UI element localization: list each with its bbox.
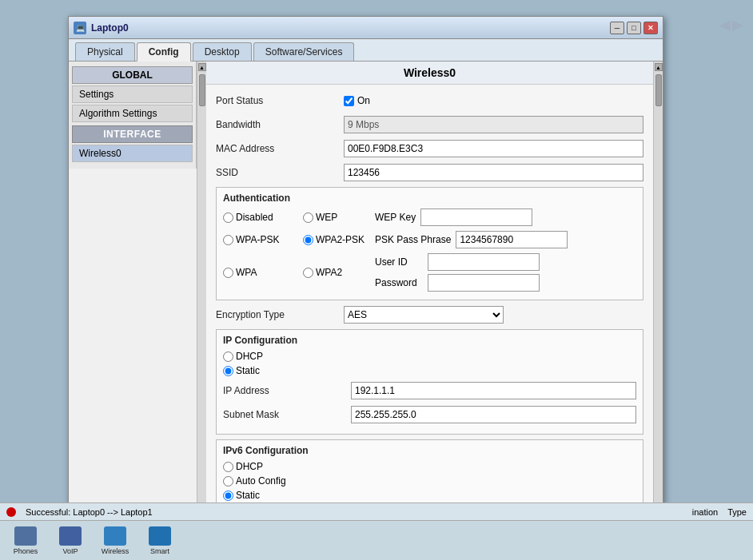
ipv6-auto-radio[interactable] (223, 476, 233, 487)
ip-static-option[interactable]: Static (223, 365, 636, 376)
ip-address-label: IP Address (223, 385, 351, 396)
ipv6-static-label: Static (236, 490, 260, 501)
content-area: Port Status On Bandwidth (206, 85, 653, 521)
ip-config-section: IP Configuration DHCP Static IP Address (216, 329, 643, 435)
enc-type-select[interactable]: AES TKIP AES+TKIP (344, 306, 504, 324)
sidebar-item-wireless0[interactable]: Wireless0 (72, 145, 193, 162)
sidebar-item-algorithm-settings[interactable]: Algorithm Settings (72, 105, 193, 122)
tab-config[interactable]: Config (137, 42, 191, 62)
auth-wpa2-psk-option[interactable]: WPA2-PSK (303, 234, 375, 245)
auth-wep-option[interactable]: WEP (303, 212, 375, 223)
taskbar-icon-wireless[interactable]: Wireless (96, 524, 134, 558)
main-scroll-thumb[interactable] (655, 74, 662, 106)
ipv6-static-radio[interactable] (223, 490, 233, 501)
main-scrollbar[interactable]: ▲ (653, 62, 663, 539)
window-controls: ─ □ ✕ (610, 22, 658, 34)
ip-static-label: Static (236, 365, 260, 376)
auth-disabled-label: Disabled (236, 212, 273, 223)
app-icon: 💻 (74, 22, 86, 34)
status-col2: Type (727, 507, 747, 517)
sidebar-scrollbar[interactable]: ▲ (197, 62, 206, 539)
taskbar-phones-label: Phones (14, 547, 38, 555)
wep-key-input[interactable] (420, 209, 532, 226)
bandwidth-value (344, 116, 643, 133)
ipv6-static-option[interactable]: Static (223, 490, 636, 501)
minimize-button[interactable]: ─ (610, 22, 624, 34)
status-bar: Successful: Laptop0 --> Laptop1 ination … (0, 502, 753, 520)
auth-title: Authentication (223, 193, 636, 204)
ip-dhcp-option[interactable]: DHCP (223, 351, 636, 362)
ipv6-dhcp-label: DHCP (236, 461, 263, 472)
window-title: Laptop0 (91, 22, 610, 34)
tab-software-services[interactable]: Software/Services (253, 42, 355, 61)
auth-wep-label: WEP (316, 212, 337, 223)
ip-address-value (351, 382, 636, 399)
window-body: GLOBAL Settings Algorithm Settings INTER… (69, 62, 663, 539)
ssid-input[interactable] (344, 164, 643, 181)
main-window: 💻 Laptop0 ─ □ ✕ Physical Config Desktop … (68, 16, 663, 543)
ipv6-auto-option[interactable]: Auto Config (223, 475, 636, 487)
auth-wpa-psk-radio[interactable] (223, 235, 233, 245)
taskbar-icon-phones[interactable]: Phones (6, 524, 45, 558)
scroll-thumb[interactable] (199, 74, 205, 106)
taskbar-icon-smart[interactable]: Smart (141, 524, 179, 558)
auth-wpa-psk-label: WPA-PSK (236, 234, 279, 245)
status-dot (6, 507, 16, 517)
auth-wpa2-option[interactable]: WPA2 (303, 267, 375, 278)
auth-wpa2-radio[interactable] (303, 268, 313, 278)
scroll-up-arrow[interactable]: ▲ (198, 63, 206, 71)
ssid-row: SSID (216, 163, 643, 182)
enc-type-value: AES TKIP AES+TKIP (344, 306, 643, 324)
port-status-on-label: On (357, 95, 370, 106)
mac-label: MAC Address (216, 143, 344, 154)
psk-pass-input[interactable] (456, 231, 568, 248)
phones-icon (14, 526, 37, 546)
sidebar-interface-header: INTERFACE (72, 125, 193, 143)
auth-wpa-option[interactable]: WPA (223, 267, 303, 278)
ip-static-radio[interactable] (223, 366, 233, 376)
subnet-row: Subnet Mask (223, 405, 636, 424)
main-scroll-up[interactable]: ▲ (655, 63, 663, 71)
auth-wpa-psk-option[interactable]: WPA-PSK (223, 234, 303, 245)
mac-input[interactable] (344, 140, 643, 157)
subnet-input[interactable] (351, 406, 636, 423)
main-panel: Wireless0 Port Status On Bandwidth (206, 62, 653, 539)
auth-wpa-radio[interactable] (223, 268, 233, 278)
auth-wep-radio[interactable] (303, 212, 313, 223)
taskbar-icon-voip[interactable]: VoIP (51, 524, 90, 558)
enc-type-row: Encryption Type AES TKIP AES+TKIP (216, 305, 643, 324)
wep-key-label: WEP Key (375, 212, 416, 223)
auth-wpa2-psk-label: WPA2-PSK (316, 234, 365, 245)
taskbar-wireless-label: Wireless (102, 547, 129, 555)
auth-disabled-option[interactable]: Disabled (223, 212, 303, 223)
status-col1: ination (692, 507, 718, 517)
sidebar-item-settings[interactable]: Settings (72, 85, 193, 103)
user-id-input[interactable] (428, 253, 540, 271)
nav-arrows[interactable]: ◀▶ (719, 16, 745, 34)
tab-physical[interactable]: Physical (75, 42, 135, 61)
restore-button[interactable]: □ (627, 22, 641, 34)
ip-dhcp-label: DHCP (236, 351, 263, 362)
wireless-icon (104, 526, 126, 546)
tab-desktop[interactable]: Desktop (193, 42, 252, 61)
password-input[interactable] (428, 274, 540, 292)
taskbar-voip-label: VoIP (62, 547, 78, 555)
smart-icon (149, 526, 171, 546)
ipv6-config-section: IPv6 Configuration DHCP Auto Config Stat… (216, 439, 643, 510)
ip-address-input[interactable] (351, 382, 636, 399)
ipv6-dhcp-option[interactable]: DHCP (223, 461, 636, 472)
auth-wpa2-psk-radio[interactable] (303, 235, 313, 245)
taskbar: Phones VoIP Wireless Smart (0, 520, 753, 560)
ipv6-config-title: IPv6 Configuration (223, 445, 636, 456)
auth-disabled-radio[interactable] (223, 212, 233, 223)
ipv6-dhcp-radio[interactable] (223, 462, 233, 472)
close-button[interactable]: ✕ (643, 22, 658, 34)
mac-value (344, 140, 643, 157)
mac-row: MAC Address (216, 139, 643, 158)
password-label: Password (375, 277, 423, 288)
auth-wpa2-label: WPA2 (316, 267, 342, 278)
sidebar: GLOBAL Settings Algorithm Settings INTER… (69, 62, 197, 169)
ip-dhcp-radio[interactable] (223, 351, 233, 362)
auth-section: Authentication Disabled WEP WEP Key (216, 187, 643, 300)
port-status-checkbox[interactable] (344, 96, 354, 106)
